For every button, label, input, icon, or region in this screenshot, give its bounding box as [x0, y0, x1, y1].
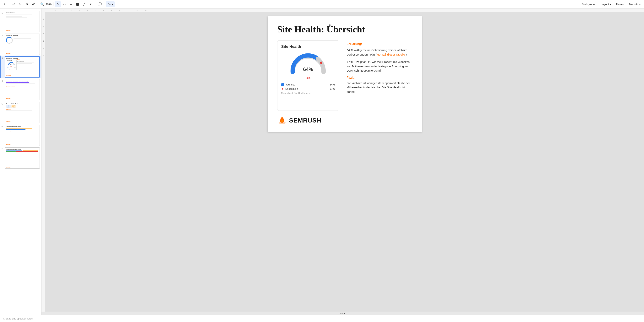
speaker-notes[interactable]: Click to add speaker notes — [0, 315, 644, 322]
explanation-text-1b: ) — [406, 53, 407, 56]
slide-item-3[interactable]: 3 Site Health: Übersicht Site Health 64% — [0, 56, 41, 78]
dot-2 — [342, 313, 344, 314]
speaker-notes-placeholder: Click to add speaker notes — [3, 317, 32, 320]
separator-5 — [104, 2, 104, 6]
explanation-text-2: 77 % – zeigt an, zu wie viel Prozent die… — [347, 60, 412, 73]
explanation-bold-77: 77 % — [347, 60, 353, 64]
canvas-content: Site Health: Übersicht Site Health — [45, 12, 644, 312]
slide-number-2: 2 — [2, 34, 5, 37]
svg-text:64%: 64% — [10, 64, 12, 66]
separator-3 — [53, 2, 54, 6]
slide-number-4: 4 — [2, 80, 5, 82]
print-button[interactable]: 🖨 — [24, 1, 30, 7]
fazit-text: Die Website ist weniger stark optimiert … — [347, 81, 412, 94]
slide-thumb-3: Site Health: Übersicht Site Health 64% — [5, 56, 40, 78]
select-tool[interactable]: ↖ — [55, 1, 61, 7]
ruler-horizontal: 1 2 3 4 5 6 7 8 9 10 11 12 13 — [42, 8, 644, 12]
layout-button[interactable]: Layout ▾ — [599, 1, 613, 7]
gauge-delta: -3% — [306, 76, 310, 79]
legend-label-shopping: Shopping ▾ — [285, 88, 328, 90]
toolbar: + ↩ ↪ 🖨 🖌 🔍 100% ↖ ▭ 🖼 ⬤ ╱ ▾ 💬 De ▾ Back… — [0, 0, 644, 8]
slide-thumb-4: Site Health: Werte und deren Bedeutung g… — [5, 79, 40, 100]
undo-button[interactable]: ↩ — [10, 1, 16, 7]
redo-button[interactable]: ↪ — [17, 1, 23, 7]
slide-number-5: 5 — [2, 103, 5, 105]
site-health-card: Site Health — [277, 40, 339, 111]
background-button[interactable]: Background — [580, 1, 598, 7]
slide-item-6[interactable]: 6 Fehlerberichte nach Thema Erklärung: — [0, 124, 41, 147]
gauge-chart: 64% — [289, 53, 328, 76]
slide-item-1[interactable]: 1 Vorlage kopieren SEMRUSH — [0, 10, 41, 33]
main-layout: 1 Vorlage kopieren SEMRUSH 2 — [0, 8, 644, 315]
slide-number-3: 3 — [2, 57, 5, 60]
gauge-container: 64% -3% — [281, 53, 335, 79]
frame-tool[interactable]: ▭ — [62, 1, 67, 7]
slide-thumb-1: Vorlage kopieren SEMRUSH — [5, 11, 40, 32]
slide-main-title: Site Health: Übersicht — [277, 24, 412, 34]
legend-label-yoursite: Your site — [286, 83, 328, 86]
dot-pagination — [42, 312, 644, 315]
slide-thumb-7: Fehlerberichte nach Thema — [5, 148, 40, 168]
slide-panel: 1 Vorlage kopieren SEMRUSH 2 — [0, 8, 42, 315]
explanation-heading: Erklärung: — [347, 42, 412, 46]
theme-button[interactable]: Theme — [614, 1, 626, 7]
separator-4 — [95, 2, 95, 6]
ruler-vertical: 123456 — [42, 12, 45, 312]
editor-area: 1 2 3 4 5 6 7 8 9 10 11 12 13 123456 — [42, 8, 644, 315]
explanation-text-1: 64 % – Allgemeine Optimierung deiner Web… — [347, 48, 412, 57]
slide-number-1: 1 — [2, 12, 5, 14]
dot-3 — [344, 313, 345, 314]
active-indicator — [0, 56, 0, 78]
legend-item-shopping: ▼ Shopping ▾ 77% — [281, 87, 335, 90]
more-link[interactable]: More about Site Health score — [281, 92, 335, 94]
slide-number-6: 6 — [2, 126, 5, 128]
slide-number-7: 7 — [2, 148, 5, 150]
slide-item-7[interactable]: 7 Fehlerberichte nach Thema — [0, 147, 41, 170]
slide-item-2[interactable]: 2 Site Health: Übersicht SEMRUSH — [0, 33, 41, 56]
layout-label: Layout — [601, 3, 609, 6]
legend-pct-shopping: 77% — [330, 88, 335, 90]
explanation-link[interactable]: gemäß dieser Tabelle — [377, 53, 405, 56]
fazit-heading: Fazit: — [347, 76, 412, 80]
slide-explanation: Erklärung: 64 % – Allgemeine Optimierung… — [347, 40, 412, 111]
canvas-scroll: 123456 Site Health: Übersicht Site Healt… — [42, 12, 644, 312]
slide-item-5[interactable]: 5 Gesamtzahl der Probleme 37 Fehler 3,57… — [0, 101, 41, 124]
separator-1 — [9, 2, 9, 6]
slide-thumb-6: Fehlerberichte nach Thema Erklärung: SEM… — [5, 125, 40, 146]
explanation-text-2a: – zeigt an, zu wie viel Prozent die Webs… — [347, 60, 410, 72]
svg-point-1 — [320, 62, 322, 64]
transition-button[interactable]: Transition — [627, 1, 642, 7]
slide-thumb-2: Site Health: Übersicht SEMRUSH — [5, 34, 40, 55]
comment-button[interactable]: 💬 — [97, 1, 103, 7]
slide-item-4[interactable]: 4 Site Health: Werte und deren Bedeutung… — [0, 78, 41, 101]
explanation-bold-64: 64 % — [347, 48, 353, 52]
semrush-brand-text: SEMRUSH — [289, 117, 322, 124]
svg-text:64%: 64% — [303, 66, 313, 72]
format-button[interactable]: De ▾ — [106, 1, 114, 7]
ruler-corner — [42, 8, 45, 12]
legend-blue-icon — [281, 83, 284, 86]
add-button[interactable]: + — [2, 1, 7, 7]
layout-chevron: ▾ — [610, 3, 611, 6]
line-tool[interactable]: ╱ — [81, 1, 87, 7]
image-tool[interactable]: 🖼 — [68, 1, 74, 7]
slide-body: Site Health — [277, 40, 412, 111]
slide-canvas: Site Health: Übersicht Site Health — [268, 16, 422, 132]
legend-item-yoursite: Your site 64% — [281, 83, 335, 86]
separator-2 — [38, 2, 38, 6]
card-title: Site Health — [281, 44, 335, 49]
shape-tool[interactable]: ⬤ — [75, 1, 80, 7]
paint-button[interactable]: 🖌 — [30, 1, 36, 7]
legend-red-arrow-icon: ▼ — [281, 87, 284, 90]
dot-1 — [340, 313, 342, 314]
zoom-out-button[interactable]: 🔍 — [39, 1, 45, 7]
zoom-in-button[interactable]: 100% — [46, 1, 52, 7]
slide-footer: SEMRUSH — [277, 116, 412, 124]
arrow-tool[interactable]: ▾ — [88, 1, 94, 7]
slide-thumb-5: Gesamtzahl der Probleme 37 Fehler 3,574 … — [5, 102, 40, 123]
legend: Your site 64% ▼ Shopping ▾ 77% — [281, 83, 335, 90]
legend-pct-yoursite: 64% — [330, 83, 335, 86]
semrush-flame-icon — [277, 116, 287, 124]
